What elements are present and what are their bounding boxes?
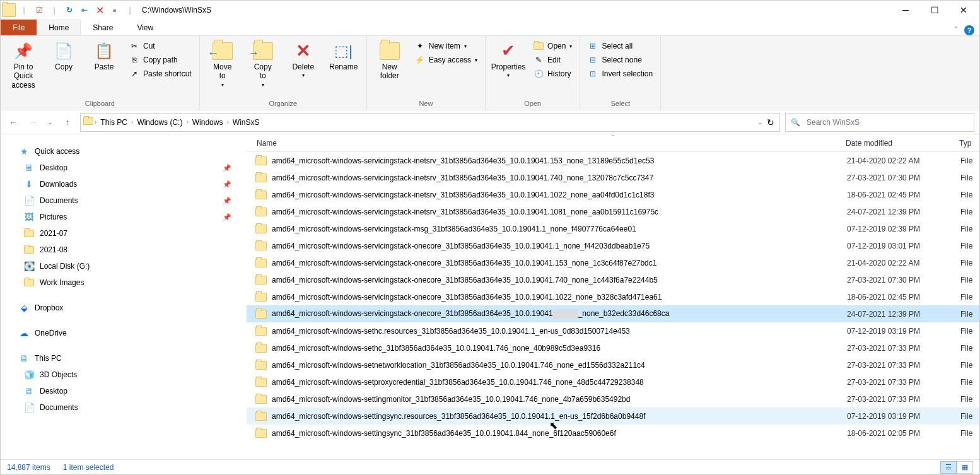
file-type: File — [960, 344, 979, 353]
easy-access-button[interactable]: ⚡Easy access ▾ — [411, 54, 481, 66]
file-row[interactable]: amd64_microsoft-windows-servicingstack-i… — [247, 169, 979, 186]
maximize-button[interactable]: ☐ — [920, 1, 949, 20]
file-row[interactable]: amd64_microsoft-windows-servicingstack-i… — [247, 152, 979, 169]
file-type: File — [960, 259, 979, 267]
open-folder-icon — [534, 41, 544, 51]
icons-view-button[interactable]: ▦ — [957, 461, 973, 474]
crumb-windows[interactable]: Windows — [190, 117, 226, 128]
select-all-button[interactable]: ⊞Select all — [584, 40, 656, 52]
crumb-winsxs[interactable]: WinSxS — [230, 117, 262, 128]
tab-home[interactable]: Home — [37, 20, 81, 35]
nav-onedrive[interactable]: ☁OneDrive — [1, 325, 247, 341]
properties-icon[interactable]: ☑ — [32, 3, 46, 17]
copy-to-button[interactable]: →Copy to▾ — [244, 38, 282, 88]
minimize-button[interactable]: ─ — [891, 1, 920, 20]
paste-shortcut-button[interactable]: ↗Paste shortcut — [125, 67, 195, 80]
nav-pinned-item[interactable]: 📄Documents📌 — [1, 192, 247, 209]
pin-to-quick-access-button[interactable]: 📌Pin to Quick access — [4, 38, 42, 90]
file-date: 27-03-2021 07:33 PM — [847, 361, 960, 370]
nav-this-pc[interactable]: 🖥This PC — [1, 350, 247, 367]
file-row[interactable]: amd64_microsoft-windows-settingsync.reso… — [247, 408, 979, 425]
forward-button[interactable]: → — [26, 115, 41, 130]
file-name: amd64_microsoft-windows-servicingstack-o… — [272, 309, 847, 319]
nav-pc-item[interactable]: 📄Documents — [1, 399, 247, 416]
crumb-this-pc[interactable]: This PC — [98, 117, 130, 128]
properties-button[interactable]: ✔Properties▾ — [489, 38, 527, 79]
address-dropdown-icon[interactable]: ⌄ — [758, 119, 763, 126]
nav-pinned-item[interactable]: ⬇Downloads📌 — [1, 176, 247, 192]
tab-file[interactable]: File — [1, 20, 37, 35]
copy-button[interactable]: 📄Copy — [45, 38, 83, 71]
file-row[interactable]: amd64_microsoft-windows-setproxycredenti… — [247, 373, 979, 390]
address-bar[interactable]: › This PC › Windows (C:) › Windows › Win… — [80, 113, 780, 132]
file-date: 07-12-2019 03:19 PM — [847, 412, 960, 421]
move-to-button[interactable]: ←Move to▾ — [204, 38, 242, 88]
history-button[interactable]: 🕘History — [530, 67, 576, 80]
chevron-icon[interactable]: › — [131, 119, 133, 126]
file-type: File — [960, 327, 979, 336]
qat-dropdown-icon[interactable]: ≡ — [108, 3, 122, 17]
collapse-ribbon-icon[interactable]: ˄ — [954, 26, 958, 35]
delete-icon[interactable]: ✕ — [93, 3, 107, 17]
tab-share[interactable]: Share — [81, 20, 125, 35]
refresh-icon[interactable]: ↻ — [62, 3, 76, 17]
select-none-button[interactable]: ⊟Select none — [584, 54, 656, 66]
nav-recent-item[interactable]: 2021-08 — [1, 242, 247, 258]
col-name[interactable]: Name — [255, 139, 846, 148]
crumb-drive[interactable]: Windows (C:) — [134, 117, 185, 128]
undo-icon[interactable]: ⇤ — [78, 3, 91, 17]
rename-button[interactable]: ⬚|Rename — [325, 38, 363, 71]
cut-button[interactable]: ✂Cut — [125, 40, 195, 52]
back-button[interactable]: ← — [6, 115, 21, 130]
column-headers[interactable]: ˄ Name Date modified Typ — [247, 134, 979, 152]
col-type[interactable]: Typ — [959, 139, 979, 148]
file-row[interactable]: amd64_microsoft-windows-settingmonitor_3… — [247, 390, 979, 408]
file-date: 24-07-2021 12:39 PM — [847, 208, 960, 216]
file-list[interactable]: ⬉ amd64_microsoft-windows-servicingstack… — [247, 152, 979, 459]
edit-button[interactable]: ✎Edit — [530, 54, 576, 66]
paste-button[interactable]: 📋Paste — [85, 38, 123, 71]
tab-view[interactable]: View — [125, 20, 165, 35]
recent-dropdown[interactable]: ⌄ — [46, 115, 55, 130]
nav-pinned-item[interactable]: 🖼Pictures📌 — [1, 209, 247, 225]
up-button[interactable]: ↑ — [60, 115, 75, 130]
nav-recent-item[interactable]: Work Images — [1, 274, 247, 291]
file-type: File — [960, 225, 979, 233]
folder-icon — [255, 327, 267, 336]
new-folder-button[interactable]: New folder — [371, 38, 409, 81]
file-row[interactable]: amd64_microsoft-windows-settingsync_31bf… — [247, 425, 979, 442]
invert-selection-button[interactable]: ⊡Invert selection — [584, 67, 656, 80]
file-row[interactable]: amd64_microsoft-windows-servicingstack-o… — [247, 271, 979, 288]
col-date[interactable]: Date modified — [846, 139, 959, 148]
nav-recent-item[interactable]: 💽Local Disk (G:) — [1, 258, 247, 274]
chevron-icon[interactable]: › — [226, 119, 228, 126]
copy-path-button[interactable]: ⎘Copy path — [125, 54, 195, 66]
file-row[interactable]: amd64_microsoft-windows-sethc.resources_… — [247, 322, 979, 339]
nav-dropbox[interactable]: ⬙Dropbox — [1, 300, 247, 316]
file-row[interactable]: amd64_microsoft-windows-servicingstack-i… — [247, 203, 979, 220]
file-row[interactable]: amd64_microsoft-windows-servicingstack-i… — [247, 186, 979, 203]
file-row[interactable]: amd64_microsoft-windows-servicingstack-o… — [247, 288, 979, 305]
nav-quick-access[interactable]: ★Quick access — [1, 143, 247, 160]
nav-pinned-item[interactable]: 🖥Desktop📌 — [1, 160, 247, 176]
refresh-button[interactable]: ↻ — [767, 117, 774, 127]
new-item-button[interactable]: ✦New item ▾ — [411, 40, 481, 52]
nav-recent-item[interactable]: 2021-07 — [1, 225, 247, 242]
navigation-pane[interactable]: ★Quick access 🖥Desktop📌⬇Downloads📌📄Docum… — [1, 134, 247, 459]
nav-pc-item[interactable]: 🖥Desktop — [1, 383, 247, 399]
search-box[interactable]: 🔍 Search WinSxS — [785, 113, 974, 132]
chevron-icon[interactable]: › — [95, 119, 96, 126]
details-view-button[interactable]: ☰ — [940, 461, 957, 474]
file-row[interactable]: amd64_microsoft-windows-servicingstack-m… — [247, 220, 979, 237]
file-row[interactable]: amd64_microsoft-windows-servicingstack-o… — [247, 254, 979, 271]
chevron-icon[interactable]: › — [186, 119, 188, 126]
help-icon[interactable]: ? — [964, 25, 974, 35]
close-button[interactable]: ✕ — [949, 1, 978, 20]
file-row[interactable]: amd64_microsoft-windows-servicingstack-o… — [247, 237, 979, 254]
file-row[interactable]: amd64_microsoft-windows-sethc_31bf3856ad… — [247, 339, 979, 356]
file-row[interactable]: amd64_microsoft-windows-setnetworklocati… — [247, 356, 979, 373]
delete-button[interactable]: ✕Delete▾ — [284, 38, 322, 79]
file-row[interactable]: amd64_microsoft-windows-servicingstack-o… — [247, 305, 979, 322]
open-button[interactable]: Open ▾ — [530, 40, 576, 52]
nav-pc-item[interactable]: 🧊3D Objects — [1, 367, 247, 383]
